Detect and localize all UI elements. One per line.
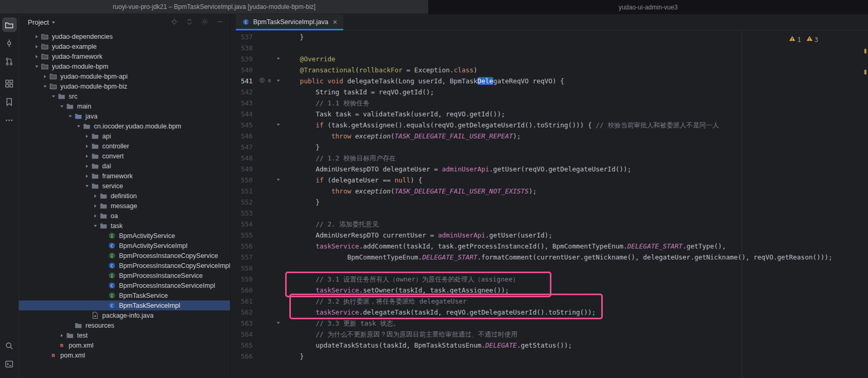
- code-editor[interactable]: 537 }538539 @Override540 @Transactional(…: [231, 30, 868, 378]
- code-line[interactable]: 557 BpmCommentTypeEnum.DELEGATE_START.fo…: [231, 252, 868, 263]
- code-line[interactable]: 556 taskService.addComment(taskId, task.…: [231, 241, 868, 252]
- fold-chevron-icon[interactable]: [277, 179, 280, 181]
- chevron-down-icon[interactable]: [58, 105, 66, 107]
- chevron-right-icon[interactable]: [32, 45, 41, 48]
- tree-item-bpmactivityserviceimpl[interactable]: CBpmActivityServiceImpl: [19, 241, 230, 251]
- tree-item-service[interactable]: service: [19, 181, 230, 191]
- code-line[interactable]: 560 taskService.setOwner(taskId, task.ge…: [231, 285, 868, 296]
- code-line[interactable]: 542 String taskId = reqVO.getId();: [231, 87, 868, 98]
- chevron-right-icon[interactable]: [91, 204, 100, 208]
- error-stripe-mark[interactable]: [864, 49, 866, 53]
- code-line[interactable]: 548 // 1.2 校验目标用户存在: [231, 153, 868, 164]
- project-panel-title[interactable]: Project: [28, 18, 49, 26]
- code-line[interactable]: 561 // 3.2 执行委派，将任务委派给 delegateUser: [231, 296, 868, 307]
- tree-item-bpmprocessinstanceserviceimpl[interactable]: CBpmProcessInstanceServiceImpl: [19, 280, 230, 290]
- chevron-down-icon[interactable]: [49, 95, 58, 98]
- chevron-right-icon[interactable]: [41, 75, 49, 78]
- tree-item-controller[interactable]: controller: [19, 141, 230, 151]
- code-line[interactable]: 565 updateTaskStatus(taskId, BpmTaskStat…: [231, 340, 868, 351]
- code-line[interactable]: 550 if (delegateUser == null) {: [231, 175, 868, 186]
- code-line[interactable]: 537 }: [231, 31, 868, 42]
- project-icon[interactable]: [2, 17, 17, 32]
- tree-item-bpmtaskservice[interactable]: IBpmTaskService: [19, 290, 230, 300]
- chevron-down-icon[interactable]: [74, 125, 83, 127]
- tab-close-icon[interactable]: ×: [333, 18, 337, 26]
- chevron-right-icon[interactable]: [58, 334, 66, 337]
- code-line[interactable]: 541@ public void delegateTask(Long userI…: [231, 75, 868, 87]
- inspection-warning[interactable]: 1: [789, 35, 801, 46]
- tree-item-resources[interactable]: resources: [19, 320, 230, 330]
- tree-item-pom-xml[interactable]: mpom.xml: [19, 340, 230, 350]
- code-line[interactable]: 547 }: [231, 142, 868, 153]
- tree-item-package-info-java[interactable]: package-info.java: [19, 310, 230, 320]
- chevron-down-icon[interactable]: [41, 85, 49, 88]
- code-line[interactable]: 540 @Transactional(rollbackFor = Excepti…: [231, 64, 868, 75]
- tree-item-yudao-dependencies[interactable]: yudao-dependencies: [19, 31, 230, 41]
- tree-item-bpmprocessinstanceservice[interactable]: IBpmProcessInstanceService: [19, 271, 230, 280]
- code-line[interactable]: 558: [231, 263, 868, 274]
- tree-item-bpmprocessinstancecopyserviceimpl[interactable]: CBpmProcessInstanceCopyServiceImpl: [19, 261, 230, 271]
- tree-item-yudao-example[interactable]: yudao-example: [19, 41, 230, 51]
- chevron-right-icon[interactable]: [91, 195, 100, 198]
- tree-item-cn-iocoder-yudao-module-bpm[interactable]: cn.iocoder.yudao.module.bpm: [19, 121, 230, 131]
- override-marker-icon[interactable]: [259, 75, 265, 87]
- code-line[interactable]: 545 if (task.getAssignee().equals(reqVO.…: [231, 120, 868, 131]
- code-line[interactable]: 566 }: [231, 351, 868, 362]
- chevron-down-icon[interactable]: [32, 66, 41, 68]
- chevron-right-icon[interactable]: [32, 35, 41, 38]
- code-line[interactable]: 564 // 为什么不更新原因？因为原因目前主要给审批通过、不通过时使用: [231, 329, 868, 340]
- fold-chevron-icon[interactable]: [277, 80, 280, 82]
- annotation-gutter-icon[interactable]: @: [266, 75, 273, 87]
- chevron-right-icon[interactable]: [32, 55, 41, 58]
- structure-icon[interactable]: [2, 76, 17, 91]
- chevron-right-icon[interactable]: [83, 155, 91, 158]
- tree-item-main[interactable]: main: [19, 101, 230, 111]
- tree-item-test[interactable]: test: [19, 330, 230, 340]
- collapse-all-icon[interactable]: [186, 18, 193, 27]
- fold-chevron-icon[interactable]: [277, 58, 280, 60]
- code-line[interactable]: 552 }: [231, 197, 868, 208]
- locate-icon[interactable]: [170, 18, 178, 27]
- terminal-icon[interactable]: [2, 357, 17, 371]
- chevron-down-icon[interactable]: [52, 21, 55, 24]
- more-icon[interactable]: [2, 113, 17, 127]
- code-line[interactable]: 553: [231, 208, 868, 219]
- tree-item-bpmprocessinstancecopyservice[interactable]: IBpmProcessInstanceCopyService: [19, 251, 230, 261]
- chevron-right-icon[interactable]: [83, 165, 91, 168]
- tree-item-yudao-module-bpm[interactable]: yudao-module-bpm: [19, 61, 230, 71]
- tree-item-bpmactivityservice[interactable]: IBpmActivityService: [19, 231, 230, 241]
- tree-item-framework[interactable]: framework: [19, 171, 230, 181]
- chevron-right-icon[interactable]: [83, 175, 91, 178]
- tree-item-pom-xml[interactable]: mpom.xml: [19, 350, 230, 360]
- hide-icon[interactable]: [216, 18, 224, 27]
- pull-requests-icon[interactable]: [2, 54, 17, 69]
- tree-item-bpmtaskserviceimpl[interactable]: CBpmTaskServiceImpl: [19, 300, 230, 310]
- inspection-warning[interactable]: 3: [806, 35, 818, 46]
- tree-item-api[interactable]: api: [19, 131, 230, 141]
- search-icon[interactable]: [2, 338, 17, 353]
- tab-bpmtaskserviceimpl-java[interactable]: C BpmTaskServiceImpl.java ×: [236, 14, 343, 30]
- bookmarks-icon[interactable]: [2, 94, 17, 109]
- chevron-right-icon[interactable]: [83, 135, 91, 138]
- chevron-down-icon[interactable]: [83, 185, 91, 187]
- tree-item-convert[interactable]: convert: [19, 151, 230, 161]
- code-line[interactable]: 543 // 1.1 校验任务: [231, 98, 868, 109]
- tree-item-java[interactable]: java: [19, 111, 230, 121]
- code-line[interactable]: 539 @Override: [231, 53, 868, 64]
- tree-item-definition[interactable]: definition: [19, 191, 230, 201]
- code-line[interactable]: 549 AdminUserRespDTO delegateUser = admi…: [231, 164, 868, 175]
- code-line[interactable]: 554 // 2. 添加委托意见: [231, 219, 868, 230]
- settings-icon[interactable]: [201, 18, 209, 27]
- chevron-right-icon[interactable]: [91, 214, 100, 218]
- code-line[interactable]: 551 throw exception(TASK_DELEGATE_FAIL_U…: [231, 186, 868, 197]
- tree-item-yudao-module-bpm-biz[interactable]: yudao-module-bpm-biz: [19, 81, 230, 91]
- chevron-down-icon[interactable]: [91, 225, 100, 227]
- code-line[interactable]: 544 Task task = validateTask(userId, req…: [231, 109, 868, 120]
- tree-item-oa[interactable]: oa: [19, 211, 230, 221]
- fold-chevron-icon[interactable]: [277, 322, 280, 324]
- tree-item-yudao-module-bpm-api[interactable]: yudao-module-bpm-api: [19, 71, 230, 81]
- code-line[interactable]: 538: [231, 42, 868, 53]
- code-line[interactable]: 555 AdminUserRespDTO currentUser = admin…: [231, 230, 868, 241]
- commit-icon[interactable]: [2, 36, 17, 50]
- error-stripe-mark[interactable]: [864, 70, 866, 74]
